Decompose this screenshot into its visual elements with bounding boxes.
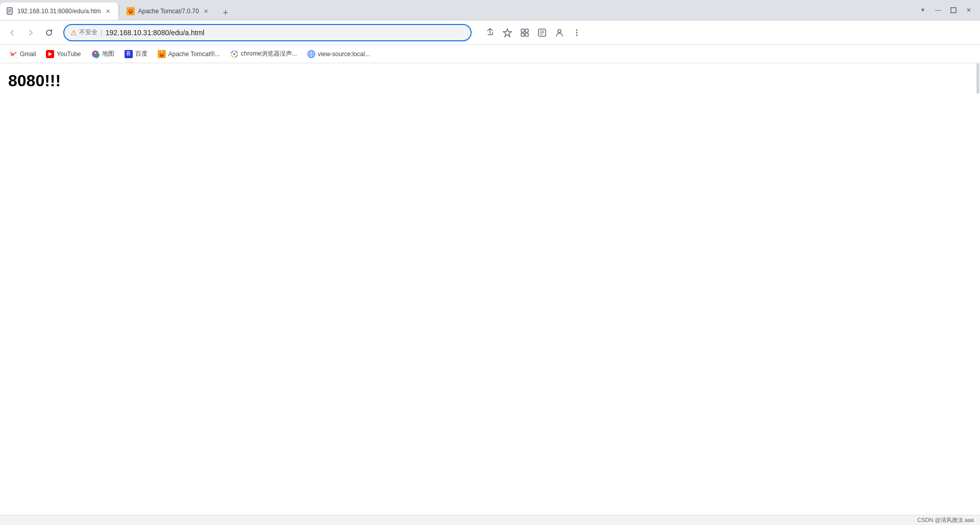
bookmark-tomcat[interactable]: Apache Tomcat®... <box>154 48 224 60</box>
page-content: 8080!!! <box>0 63 980 515</box>
gmail-favicon: M <box>9 50 17 58</box>
bookmark-viewsource-label: view-source:local... <box>318 51 370 58</box>
more-menu-button[interactable] <box>569 24 585 41</box>
globe-favicon <box>307 50 315 58</box>
bookmark-baidu[interactable]: 百 百度 <box>120 47 152 60</box>
reload-button[interactable] <box>41 24 57 41</box>
bookmark-gmail[interactable]: M Gmail <box>5 48 40 60</box>
tab-active[interactable]: 192.168.10.31:8080/edu/a.htm ✕ <box>0 3 118 20</box>
new-tab-button[interactable]: + <box>218 6 233 20</box>
status-text: CSDN @清风微淡 aaa <box>917 516 974 524</box>
bookmark-maps-label: 地图 <box>102 49 114 58</box>
close-button[interactable]: ✕ <box>962 3 976 17</box>
tomcat-favicon <box>158 50 166 58</box>
browser-window: 192.168.10.31:8080/edu/a.htm ✕ Apache To… <box>0 0 980 525</box>
address-separator: | <box>101 29 103 37</box>
svg-rect-11 <box>525 33 528 36</box>
svg-point-24 <box>94 52 96 54</box>
bookmark-youtube[interactable]: YouTube <box>42 48 85 60</box>
warning-icon: ⚠ <box>70 29 77 37</box>
bookmark-maps[interactable]: 地图 <box>87 47 118 60</box>
profile-button[interactable] <box>551 24 568 41</box>
tab-1-close[interactable]: ✕ <box>104 7 112 15</box>
forward-button[interactable] <box>22 24 39 41</box>
back-button[interactable] <box>4 24 20 41</box>
svg-rect-10 <box>521 33 524 36</box>
svg-rect-8 <box>521 29 524 32</box>
tab-2[interactable]: Apache Tomcat/7.0.70 ✕ <box>120 3 216 20</box>
svg-rect-6 <box>951 8 956 13</box>
tab-list-button[interactable]: ▼ <box>916 3 930 17</box>
tab-2-close[interactable]: ✕ <box>202 7 210 15</box>
chrome-favicon <box>230 50 238 58</box>
maps-favicon <box>91 50 100 58</box>
share-button[interactable] <box>482 24 498 41</box>
svg-text:M: M <box>11 53 14 57</box>
scrollbar-track[interactable] <box>976 63 980 515</box>
address-bar[interactable]: ⚠ 不安全 | <box>63 24 472 41</box>
toolbar: ⚠ 不安全 | <box>0 20 980 45</box>
minimize-button[interactable]: — <box>931 3 945 17</box>
svg-point-5 <box>130 9 132 12</box>
tab-bar: 192.168.10.31:8080/edu/a.htm ✕ Apache To… <box>0 0 980 20</box>
bookmark-gmail-label: Gmail <box>20 51 36 58</box>
svg-point-18 <box>576 32 578 33</box>
youtube-favicon <box>46 50 54 58</box>
reading-list-button[interactable] <box>534 24 550 41</box>
bookmark-chrome[interactable]: chrome浏览器没声... <box>226 47 301 60</box>
tab-1-title: 192.168.10.31:8080/edu/a.htm <box>17 8 101 15</box>
status-bar: CSDN @清风微淡 aaa <box>0 515 980 525</box>
security-label: 不安全 <box>79 28 97 37</box>
svg-point-17 <box>576 29 578 31</box>
bookmark-youtube-label: YouTube <box>57 51 81 58</box>
maximize-button[interactable] <box>946 3 961 17</box>
tab-2-title: Apache Tomcat/7.0.70 <box>138 8 199 15</box>
toolbar-actions <box>482 24 585 41</box>
tab-favicon-2 <box>127 7 135 15</box>
address-input[interactable] <box>106 29 464 37</box>
page-heading: 8080!!! <box>8 71 972 90</box>
scrollbar-thumb[interactable] <box>976 63 979 94</box>
svg-point-28 <box>161 51 162 53</box>
bookmark-button[interactable] <box>499 24 516 41</box>
svg-point-31 <box>233 53 235 55</box>
bookmark-baidu-label: 百度 <box>135 49 148 58</box>
svg-rect-9 <box>525 29 528 32</box>
svg-marker-7 <box>503 29 511 37</box>
bookmark-viewsource[interactable]: view-source:local... <box>303 48 374 60</box>
tab-separator <box>119 5 119 15</box>
window-controls: ▼ — ✕ <box>912 3 980 17</box>
bookmark-tomcat-label: Apache Tomcat®... <box>168 51 220 58</box>
svg-point-19 <box>576 34 578 36</box>
svg-point-16 <box>558 30 561 33</box>
extensions-button[interactable] <box>517 24 533 41</box>
tab-favicon-1 <box>6 7 14 15</box>
security-warning: ⚠ 不安全 <box>70 28 97 37</box>
bookmark-chrome-label: chrome浏览器没声... <box>241 49 297 58</box>
baidu-favicon: 百 <box>125 50 133 58</box>
bookmarks-bar: M Gmail YouTube 地图 <box>0 45 980 63</box>
